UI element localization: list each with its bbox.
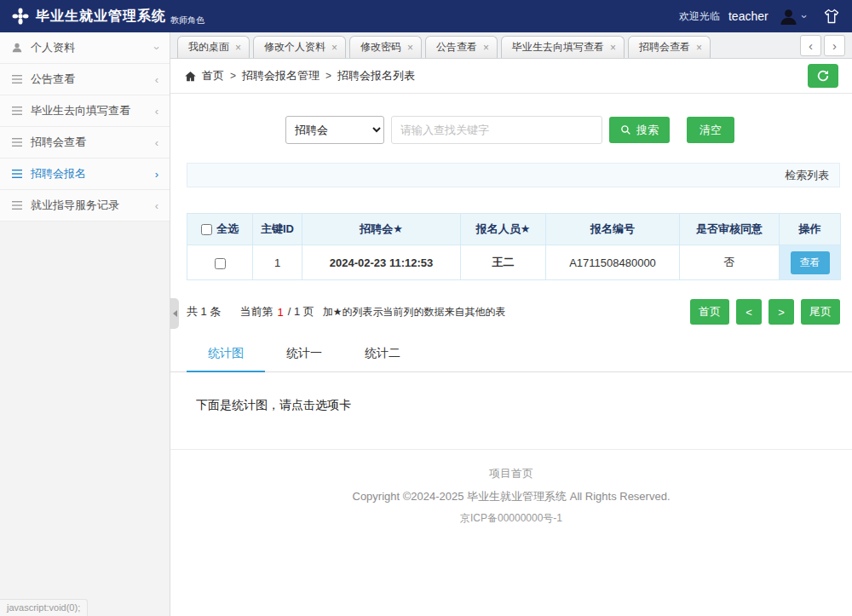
sidebar-item-label: 毕业生去向填写查看 <box>31 103 130 118</box>
sidebar-item-label: 招聘会报名 <box>31 166 86 181</box>
welcome-text: 欢迎光临 <box>679 9 720 24</box>
column-header-code: 报名编号 <box>546 214 680 245</box>
tab-edit-profile[interactable]: 修改个人资料 <box>253 36 346 58</box>
signup-table: 全选 主键ID 招聘会★ 报名人员★ 报名编号 是否审核同意 操作 1 2024… <box>187 213 841 280</box>
chevron-down-icon <box>151 46 162 49</box>
stats-hint-text: 下面是统计图，请点击选项卡 <box>196 398 852 413</box>
tab-graduate-destination[interactable]: 毕业生去向填写查看 <box>501 36 625 58</box>
sidebar-item-jobfair-signup[interactable]: 招聘会报名 <box>0 158 170 190</box>
current-page-number: 1 <box>277 306 283 319</box>
row-select-cell <box>187 245 253 280</box>
tab-label: 我的桌面 <box>188 40 229 55</box>
prev-page-button[interactable]: < <box>736 299 762 325</box>
close-icon[interactable] <box>331 43 337 53</box>
top-right-area: 欢迎光临 teacher <box>679 7 840 26</box>
close-icon[interactable] <box>407 43 413 53</box>
main-area: 我的桌面 修改个人资料 修改密码 公告查看 毕业生去向填写查看 招聘会查看 首页… <box>170 32 852 616</box>
tab-my-desktop[interactable]: 我的桌面 <box>177 36 250 58</box>
last-page-button[interactable]: 尾页 <box>801 299 840 325</box>
tab-label: 毕业生去向填写查看 <box>512 40 604 55</box>
breadcrumb: 首页 > 招聘会报名管理 > 招聘会报名列表 <box>170 59 852 94</box>
role-badge: 教师角色 <box>170 14 204 26</box>
status-text: javascript:void(0); <box>0 599 88 616</box>
footer-home-link[interactable]: 项目首页 <box>489 466 533 481</box>
menu-lines-icon <box>11 74 23 84</box>
chevron-left-icon <box>155 137 158 148</box>
tab-announcements[interactable]: 公告查看 <box>425 36 498 58</box>
refresh-icon <box>816 69 830 83</box>
search-input[interactable] <box>391 116 602 144</box>
tab-scroll-buttons <box>800 35 847 56</box>
logo-flower-icon <box>12 8 29 25</box>
tab-scroll-right-icon[interactable] <box>824 35 845 56</box>
home-icon <box>184 70 197 83</box>
first-page-button[interactable]: 首页 <box>690 299 729 325</box>
theme-shirt-icon[interactable] <box>823 8 840 25</box>
chevron-down-icon[interactable] <box>798 14 809 18</box>
sidebar: 个人资料 公告查看 毕业生去向填写查看 招聘会查看 招聘会报名 就业指导服务记录 <box>0 32 170 616</box>
close-icon[interactable] <box>696 43 702 53</box>
close-icon[interactable] <box>235 43 241 53</box>
sidebar-item-label: 招聘会查看 <box>31 135 86 150</box>
tab-scroll-left-icon[interactable] <box>800 35 821 56</box>
app-title: 毕业生就业管理系统 <box>36 8 166 26</box>
breadcrumb-page: 招聘会报名列表 <box>337 68 415 83</box>
menu-lines-icon <box>11 169 23 179</box>
search-category-select[interactable]: 招聘会 <box>285 116 384 144</box>
footer-icp: 京ICP备00000000号-1 <box>170 511 852 526</box>
pagination: 共 1 条 当前第 1 / 1 页 加★的列表示当前列的数据来自其他的表 首页 … <box>187 299 840 325</box>
total-count: 共 1 条 <box>187 304 221 320</box>
chevron-left-icon <box>155 200 158 211</box>
row-id-cell: 1 <box>253 245 302 280</box>
search-bar: 招聘会 搜索 清空 <box>285 116 852 144</box>
breadcrumb-section: 招聘会报名管理 <box>242 68 320 83</box>
clear-button[interactable]: 清空 <box>687 117 734 143</box>
select-all-header: 全选 <box>187 214 253 245</box>
tab-stats-two[interactable]: 统计二 <box>343 337 422 371</box>
stats-tabs: 统计图 统计一 统计二 <box>170 337 852 372</box>
page-footer: 项目首页 Copyright ©2024-2025 毕业生就业管理系统 All … <box>170 449 852 526</box>
username: teacher <box>728 9 769 23</box>
sidebar-item-announcements[interactable]: 公告查看 <box>0 64 170 95</box>
breadcrumb-separator: > <box>325 70 331 82</box>
footer-copyright: Copyright ©2024-2025 毕业生就业管理系统 All Right… <box>170 489 852 504</box>
sidebar-item-label: 公告查看 <box>31 72 75 87</box>
row-applicant-cell: 王二 <box>461 245 546 280</box>
select-all-checkbox[interactable] <box>201 224 212 235</box>
sidebar-item-profile[interactable]: 个人资料 <box>0 32 170 64</box>
column-header-approved: 是否审核同意 <box>680 214 780 245</box>
user-avatar-icon[interactable] <box>779 7 798 26</box>
table-row: 1 2024-02-23 11:12:53 王二 A1711508480000 … <box>187 245 841 280</box>
column-header-jobfair: 招聘会★ <box>302 214 461 245</box>
column-header-applicant: 报名人员★ <box>461 214 546 245</box>
breadcrumb-home[interactable]: 首页 <box>202 68 224 83</box>
search-button[interactable]: 搜索 <box>609 117 670 143</box>
tab-label: 修改个人资料 <box>264 40 325 55</box>
tab-label: 招聘会查看 <box>639 40 690 55</box>
search-button-label: 搜索 <box>636 123 659 138</box>
row-jobfair-cell: 2024-02-23 11:12:53 <box>302 245 461 280</box>
clear-button-label: 清空 <box>699 123 722 138</box>
sidebar-item-jobfair-view[interactable]: 招聘会查看 <box>0 127 170 158</box>
current-page-label: 当前第 <box>239 304 273 320</box>
menu-lines-icon <box>11 106 23 116</box>
chevron-right-icon <box>155 169 158 180</box>
tab-label: 公告查看 <box>436 40 477 55</box>
tab-stats-one[interactable]: 统计一 <box>265 337 343 371</box>
chevron-left-icon <box>155 106 158 117</box>
next-page-button[interactable]: > <box>769 299 794 325</box>
sidebar-item-graduate-destination[interactable]: 毕业生去向填写查看 <box>0 95 170 127</box>
view-button[interactable]: 查看 <box>791 251 830 274</box>
sidebar-item-employment-guidance[interactable]: 就业指导服务记录 <box>0 190 170 222</box>
row-checkbox[interactable] <box>215 258 226 269</box>
close-icon[interactable] <box>610 43 616 53</box>
select-all-label: 全选 <box>216 222 239 235</box>
tab-stats-chart[interactable]: 统计图 <box>187 337 265 372</box>
tab-jobfair-view[interactable]: 招聘会查看 <box>628 36 711 58</box>
tab-change-password[interactable]: 修改密码 <box>349 36 422 58</box>
refresh-button[interactable] <box>808 64 838 88</box>
sidebar-collapse-handle[interactable] <box>170 298 179 329</box>
column-header-actions: 操作 <box>780 214 841 245</box>
page-suffix: / 1 页 <box>288 304 314 320</box>
close-icon[interactable] <box>483 43 489 53</box>
